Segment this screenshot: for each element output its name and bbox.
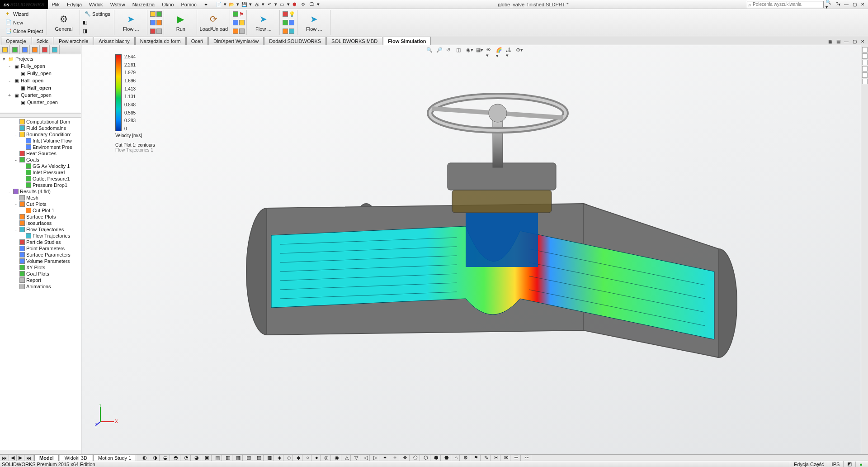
flow2-button[interactable]: ➤Flow ...	[250, 10, 278, 35]
bottom-toolbar-icon[interactable]: ⚙	[462, 455, 470, 461]
tree-item[interactable]: Fluid Subdomains	[1, 125, 80, 131]
tree-item[interactable]: Report	[1, 277, 80, 283]
bottom-toolbar-icon[interactable]: ●	[313, 455, 321, 461]
save-icon[interactable]: 💾	[241, 1, 248, 8]
bottom-toolbar-icon[interactable]: ◎	[322, 455, 331, 461]
status-icon-1[interactable]: ◩	[843, 461, 855, 467]
tree-scrollbar[interactable]	[0, 113, 81, 118]
rib-ico-6[interactable]	[156, 29, 162, 34]
help-icon[interactable]: ?▾	[835, 1, 842, 8]
tree-item[interactable]: Surface Parameters	[1, 252, 80, 258]
bottom-toolbar-icon[interactable]: △	[343, 455, 351, 461]
bottom-toolbar-icon[interactable]: ⬠	[411, 455, 420, 461]
bottom-toolbar-icon[interactable]: ❖	[401, 455, 410, 461]
select-icon[interactable]: ▭	[278, 1, 286, 8]
bulb-icon[interactable]: 💡	[289, 11, 295, 17]
rebuild-icon[interactable]: ⬢	[291, 1, 298, 8]
rib-ico-15[interactable]	[283, 29, 288, 34]
tree-item[interactable]: Inlet Pressure1	[1, 169, 80, 176]
status-icon-2[interactable]: ●	[855, 462, 866, 467]
general-button[interactable]: ⚙General	[50, 10, 78, 35]
clone-button[interactable]: 📑Clone Project	[4, 27, 45, 35]
bottom-tab-model[interactable]: Model	[34, 455, 59, 461]
bottom-toolbar-icon[interactable]: ◑	[151, 455, 160, 461]
bottom-toolbar-icon[interactable]: ✎	[482, 455, 491, 461]
tree-item[interactable]: Heat Sources	[1, 150, 80, 157]
tree-item[interactable]: -Boundary Condition:	[1, 131, 80, 138]
rib-ico-14[interactable]	[289, 20, 294, 25]
new-doc-icon[interactable]: 📄	[215, 1, 222, 8]
tree-item[interactable]: GG Av Velocity 1	[1, 163, 80, 169]
bottom-toolbar-icon[interactable]: ▨	[255, 455, 264, 461]
tree-item[interactable]: -▣Half_open	[1, 77, 80, 84]
rib-ico-4[interactable]	[156, 20, 162, 25]
minimize-icon[interactable]: —	[843, 1, 850, 8]
view-settings-icon[interactable]: ⚙▾	[516, 47, 523, 54]
bottom-toolbar-icon[interactable]: ⬣	[443, 455, 451, 461]
tree-item[interactable]: Outlet Pressure1	[1, 176, 80, 182]
new-button[interactable]: 📄New	[4, 19, 25, 27]
bottom-toolbar-icon[interactable]: ✦	[381, 455, 389, 461]
tree-item[interactable]: Flow Trajectories	[1, 233, 80, 239]
bottom-toolbar-icon[interactable]: ▧	[245, 455, 253, 461]
bottom-toolbar-icon[interactable]: ✂	[492, 455, 500, 461]
tree-item[interactable]: ▣Half_open	[1, 84, 80, 91]
tree-item[interactable]: -Results (4.fld)	[1, 188, 80, 195]
bottom-toolbar-icon[interactable]: ▤	[213, 455, 222, 461]
tab-dimxpert-wymiarów[interactable]: DimXpert Wymiarów	[208, 37, 264, 45]
tree-item[interactable]: Mesh	[1, 195, 80, 201]
menu-plik[interactable]: Plik	[48, 0, 63, 9]
tree-item[interactable]: -Cut Plots	[1, 201, 80, 207]
tree-item[interactable]: Computational Dom	[1, 119, 80, 125]
tab-oceń[interactable]: Oceń	[186, 37, 208, 45]
pane-tab-2[interactable]	[10, 45, 20, 54]
tree-item[interactable]: Animations	[1, 283, 80, 290]
tree-item[interactable]: -Flow Trajectories	[1, 226, 80, 233]
rib-ico-9[interactable]	[239, 20, 245, 25]
hide-show-icon[interactable]: 👁▾	[486, 47, 493, 54]
bottom-toolbar-icon[interactable]: ◇	[285, 455, 293, 461]
rib-ico-11[interactable]	[239, 29, 245, 34]
ribbon-icon-b[interactable]: ◨	[83, 28, 89, 34]
tab-solidworks-mbd[interactable]: SOLIDWORKS MBD	[326, 37, 382, 45]
bottom-toolbar-icon[interactable]: ◉	[333, 455, 341, 461]
tree-item[interactable]: Inlet Volume Flow	[1, 138, 80, 144]
tab-flow-simulation[interactable]: Flow Simulation	[383, 37, 431, 45]
rib-ico-12[interactable]	[283, 11, 288, 17]
flow-button[interactable]: ➤Flow ...	[117, 10, 145, 35]
close-icon[interactable]: ✕	[859, 1, 866, 8]
menu-wstaw[interactable]: Wstaw	[107, 0, 129, 9]
bottom-toolbar-icon[interactable]: ⬡	[422, 455, 430, 461]
bottom-toolbar-icon[interactable]: ▩	[265, 455, 274, 461]
tree-item[interactable]: Particle Studies	[1, 239, 80, 245]
tree2-scrollbar[interactable]	[0, 450, 81, 454]
prev-view-icon[interactable]: ↺	[446, 47, 453, 54]
rail-icon-4[interactable]	[862, 66, 868, 71]
undo-icon[interactable]: ↶	[266, 1, 273, 8]
tree-item[interactable]: Pressure Drop1	[1, 182, 80, 188]
bottom-toolbar-icon[interactable]: ▦	[234, 455, 243, 461]
bottom-toolbar-icon[interactable]: ✧	[391, 455, 399, 461]
bottom-toolbar-icon[interactable]: ⬢	[432, 455, 441, 461]
tree-item[interactable]: -▣Fully_open	[1, 62, 80, 70]
tab-powierzchnie[interactable]: Powierzchnie	[54, 37, 93, 45]
bottom-toolbar-icon[interactable]: ◐	[141, 455, 149, 461]
tree-root[interactable]: ▾📁Projects	[1, 55, 80, 62]
tree-item[interactable]: Cut Plot 1	[1, 207, 80, 214]
rib-ico-1[interactable]	[150, 11, 156, 17]
search-box[interactable]: ⌕	[747, 1, 824, 8]
tree-item[interactable]: -Goals	[1, 157, 80, 163]
menu-pomoc[interactable]: Pomoc	[177, 0, 200, 9]
rail-icon-1[interactable]	[862, 47, 868, 52]
projects-tree[interactable]: ▾📁Projects -▣Fully_open▣Fully_open-▣Half…	[0, 54, 81, 113]
tab-tile-icon[interactable]: ▦	[826, 38, 834, 45]
tab-dodatki-solidworks[interactable]: Dodatki SOLIDWORKS	[264, 37, 326, 45]
tree-item[interactable]: Volume Parameters	[1, 258, 80, 264]
bottom-tab-widoki-3d[interactable]: Widoki 3D	[60, 455, 92, 461]
section-view-icon[interactable]: ◫	[456, 47, 463, 54]
bottom-toolbar-icon[interactable]: ☷	[523, 455, 531, 461]
pane-tab-5[interactable]	[40, 45, 50, 54]
tree-item[interactable]: +▣Quarter_open	[1, 91, 80, 99]
bt-next[interactable]: ▶	[17, 455, 24, 461]
tree-item[interactable]: Surface Plots	[1, 214, 80, 220]
